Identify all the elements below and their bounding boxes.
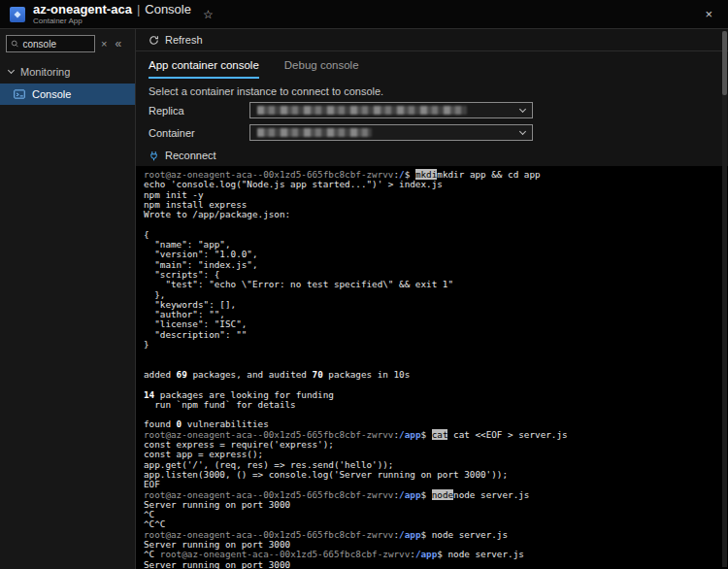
container-label: Container	[149, 127, 249, 139]
title-separator: |	[137, 3, 140, 17]
terminal-line: "description": ""	[144, 330, 720, 340]
terminal-line: Wrote to /app/package.json:	[144, 210, 720, 219]
sidebar-section-monitoring[interactable]: Monitoring	[0, 63, 135, 81]
console-tabs: App container console Debug console	[136, 51, 728, 79]
scrollbar-thumb[interactable]	[722, 31, 727, 95]
refresh-icon	[149, 35, 159, 46]
console-blade: Refresh App container console Debug cons…	[136, 29, 728, 569]
tab-debug-console[interactable]: Debug console	[284, 59, 359, 79]
instruction-text: Select a container instance to connect t…	[136, 79, 728, 99]
container-app-console-page: az-oneagent-aca | Console Container App …	[0, 0, 728, 569]
replica-select[interactable]	[249, 102, 533, 118]
terminal-line: "test": "echo \"Error: no test specified…	[144, 280, 720, 289]
replica-label: Replica	[149, 105, 249, 117]
reconnect-label: Reconnect	[165, 150, 216, 161]
sidebar-search-row: × «	[0, 35, 135, 52]
terminal-line: "main": "index.js",	[144, 260, 720, 270]
sidebar-collapse-icon[interactable]: «	[115, 37, 121, 50]
terminal-line	[144, 350, 720, 359]
page-title: az-oneagent-aca	[33, 3, 132, 17]
terminal-line: added 69 packages, and audited 70 packag…	[144, 370, 720, 380]
terminal-line: Server running on port 3000	[144, 500, 720, 510]
terminal-line: "keywords": [],	[144, 300, 720, 310]
body-row: × « Monitoring Console Re	[0, 29, 728, 569]
container-value-redacted	[257, 128, 372, 137]
chevron-down-icon	[8, 67, 15, 74]
container-app-icon	[10, 7, 25, 22]
sidebar-item-console[interactable]: Console	[0, 84, 135, 105]
terminal-line: ^C	[144, 510, 720, 519]
sidebar-item-label: Console	[32, 88, 71, 100]
refresh-button[interactable]: Refresh	[136, 29, 728, 51]
search-clear-icon[interactable]: ×	[101, 39, 107, 50]
resource-menu-sidebar: × « Monitoring Console	[0, 29, 136, 569]
terminal-line	[144, 219, 720, 229]
terminal-line: echo 'console.log("Node.js app started..…	[144, 180, 720, 189]
console-icon	[14, 88, 25, 100]
close-icon[interactable]: ×	[705, 7, 718, 21]
replica-row: Replica	[136, 99, 728, 121]
favorite-star-icon[interactable]: ☆	[203, 8, 214, 21]
reconnect-plug-icon	[149, 151, 159, 161]
sidebar-section-label: Monitoring	[20, 66, 70, 78]
terminal-line: app.listen(3000, () => console.log('Serv…	[144, 470, 720, 480]
container-select[interactable]	[249, 124, 533, 141]
chevron-down-icon	[519, 105, 526, 112]
replica-value-redacted	[257, 106, 467, 115]
resource-type-label: Container App	[33, 17, 191, 25]
refresh-label: Refresh	[165, 34, 203, 46]
page-subsection-title: Console	[145, 3, 191, 17]
terminal-line: }	[144, 340, 720, 350]
chevron-down-icon	[519, 127, 526, 134]
title-block: az-oneagent-aca | Console Container App	[33, 3, 191, 25]
search-icon	[11, 39, 18, 49]
page-scrollbar[interactable]	[722, 31, 727, 567]
reconnect-button[interactable]: Reconnect	[136, 144, 728, 166]
search-input[interactable]	[22, 39, 90, 50]
blade-header: az-oneagent-aca | Console Container App …	[0, 0, 728, 29]
terminal-line: Server running on port 3000	[144, 560, 720, 569]
tab-app-container-console[interactable]: App container console	[149, 59, 259, 79]
sidebar-search-box[interactable]	[6, 35, 95, 52]
container-row: Container	[136, 121, 728, 144]
terminal[interactable]: root@az-oneagent-aca--00x1zd5-665fbc8cbf…	[136, 166, 728, 569]
terminal-line: run `npm fund` for details	[144, 400, 720, 410]
